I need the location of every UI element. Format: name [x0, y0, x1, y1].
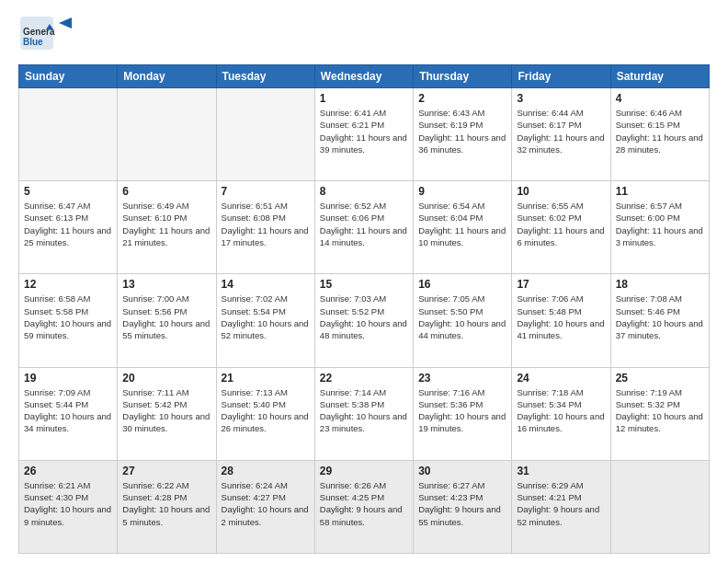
calendar-cell: 25Sunrise: 7:19 AMSunset: 5:32 PMDayligh… — [610, 367, 709, 460]
day-info: Sunrise: 6:24 AMSunset: 4:27 PMDaylight:… — [222, 479, 310, 528]
day-number: 19 — [24, 372, 112, 385]
day-number: 17 — [517, 278, 605, 291]
calendar-cell: 15Sunrise: 7:03 AMSunset: 5:52 PMDayligh… — [314, 274, 413, 367]
calendar-cell: 6Sunrise: 6:49 AMSunset: 6:10 PMDaylight… — [118, 181, 216, 274]
calendar-cell — [118, 88, 216, 181]
calendar-cell: 16Sunrise: 7:05 AMSunset: 5:50 PMDayligh… — [414, 274, 512, 367]
calendar-cell: 30Sunrise: 6:27 AMSunset: 4:23 PMDayligh… — [414, 460, 512, 553]
day-number: 13 — [122, 278, 210, 291]
day-info: Sunrise: 6:49 AMSunset: 6:10 PMDaylight:… — [122, 200, 210, 248]
calendar-cell: 4Sunrise: 6:46 AMSunset: 6:15 PMDaylight… — [610, 88, 709, 181]
day-number: 30 — [418, 465, 506, 477]
calendar-cell: 5Sunrise: 6:47 AMSunset: 6:13 PMDaylight… — [19, 181, 118, 274]
day-info: Sunrise: 7:13 AMSunset: 5:40 PMDaylight:… — [222, 386, 310, 435]
day-number: 12 — [24, 278, 112, 291]
day-info: Sunrise: 6:26 AMSunset: 4:25 PMDaylight:… — [320, 479, 408, 528]
calendar-cell: 18Sunrise: 7:08 AMSunset: 5:46 PMDayligh… — [610, 274, 709, 367]
day-info: Sunrise: 6:43 AMSunset: 6:19 PMDaylight:… — [418, 107, 506, 155]
day-info: Sunrise: 6:51 AMSunset: 6:08 PMDaylight:… — [222, 200, 310, 248]
calendar-cell: 21Sunrise: 7:13 AMSunset: 5:40 PMDayligh… — [216, 367, 314, 460]
calendar-cell: 14Sunrise: 7:02 AMSunset: 5:54 PMDayligh… — [216, 274, 314, 367]
day-info: Sunrise: 6:44 AMSunset: 6:17 PMDaylight:… — [517, 107, 605, 155]
calendar-cell: 12Sunrise: 6:58 AMSunset: 5:58 PMDayligh… — [19, 274, 118, 367]
calendar-week-row: 19Sunrise: 7:09 AMSunset: 5:44 PMDayligh… — [19, 367, 710, 460]
day-number: 6 — [122, 185, 210, 198]
day-number: 1 — [320, 92, 408, 105]
col-wednesday: Wednesday — [314, 65, 413, 88]
calendar-cell: 9Sunrise: 6:54 AMSunset: 6:04 PMDaylight… — [414, 181, 512, 274]
col-saturday: Saturday — [610, 65, 709, 88]
calendar-table: Sunday Monday Tuesday Wednesday Thursday… — [18, 64, 710, 554]
day-info: Sunrise: 6:58 AMSunset: 5:58 PMDaylight:… — [24, 293, 112, 341]
day-number: 15 — [320, 278, 408, 291]
calendar-cell: 22Sunrise: 7:14 AMSunset: 5:38 PMDayligh… — [314, 367, 413, 460]
day-info: Sunrise: 6:29 AMSunset: 4:21 PMDaylight:… — [517, 479, 605, 528]
col-friday: Friday — [512, 65, 610, 88]
calendar-cell: 23Sunrise: 7:16 AMSunset: 5:36 PMDayligh… — [414, 367, 512, 460]
calendar-cell: 1Sunrise: 6:41 AMSunset: 6:21 PMDaylight… — [314, 88, 413, 181]
day-info: Sunrise: 7:06 AMSunset: 5:48 PMDaylight:… — [517, 293, 605, 341]
day-number: 3 — [517, 92, 605, 105]
day-number: 28 — [222, 465, 310, 477]
calendar-cell: 31Sunrise: 6:29 AMSunset: 4:21 PMDayligh… — [512, 460, 610, 553]
calendar-cell: 19Sunrise: 7:09 AMSunset: 5:44 PMDayligh… — [19, 367, 118, 460]
day-info: Sunrise: 7:11 AMSunset: 5:42 PMDaylight:… — [122, 386, 210, 435]
logo-arrow-icon — [57, 15, 74, 31]
calendar-cell: 27Sunrise: 6:22 AMSunset: 4:28 PMDayligh… — [118, 460, 216, 553]
calendar-cell: 24Sunrise: 7:18 AMSunset: 5:34 PMDayligh… — [512, 367, 610, 460]
calendar-week-row: 1Sunrise: 6:41 AMSunset: 6:21 PMDaylight… — [19, 88, 710, 181]
logo-text — [55, 15, 74, 31]
calendar-cell: 28Sunrise: 6:24 AMSunset: 4:27 PMDayligh… — [216, 460, 314, 553]
day-info: Sunrise: 6:52 AMSunset: 6:06 PMDaylight:… — [320, 200, 408, 248]
day-number: 23 — [418, 372, 506, 385]
day-number: 20 — [122, 372, 210, 385]
calendar-cell: 7Sunrise: 6:51 AMSunset: 6:08 PMDaylight… — [216, 181, 314, 274]
calendar-cell: 20Sunrise: 7:11 AMSunset: 5:42 PMDayligh… — [118, 367, 216, 460]
calendar-cell: 11Sunrise: 6:57 AMSunset: 6:00 PMDayligh… — [610, 181, 709, 274]
day-number: 21 — [222, 372, 310, 385]
calendar-cell: 26Sunrise: 6:21 AMSunset: 4:30 PMDayligh… — [19, 460, 118, 553]
day-number: 29 — [320, 465, 408, 477]
calendar-cell — [610, 460, 709, 553]
col-monday: Monday — [118, 65, 216, 88]
day-number: 7 — [222, 185, 310, 198]
col-sunday: Sunday — [19, 65, 118, 88]
day-number: 22 — [320, 372, 408, 385]
calendar-cell: 2Sunrise: 6:43 AMSunset: 6:19 PMDaylight… — [414, 88, 512, 181]
svg-text:Blue: Blue — [23, 37, 43, 47]
svg-marker-4 — [59, 17, 72, 29]
logo-icon: General Blue — [18, 15, 55, 52]
calendar-cell: 17Sunrise: 7:06 AMSunset: 5:48 PMDayligh… — [512, 274, 610, 367]
day-number: 9 — [418, 185, 506, 198]
calendar-cell: 8Sunrise: 6:52 AMSunset: 6:06 PMDaylight… — [314, 181, 413, 274]
calendar-cell: 13Sunrise: 7:00 AMSunset: 5:56 PMDayligh… — [118, 274, 216, 367]
day-info: Sunrise: 7:02 AMSunset: 5:54 PMDaylight:… — [222, 293, 310, 341]
day-info: Sunrise: 6:27 AMSunset: 4:23 PMDaylight:… — [418, 479, 506, 528]
day-info: Sunrise: 6:55 AMSunset: 6:02 PMDaylight:… — [517, 200, 605, 248]
day-info: Sunrise: 7:18 AMSunset: 5:34 PMDaylight:… — [517, 386, 605, 435]
calendar-cell — [19, 88, 118, 181]
page: General Blue S — [0, 0, 728, 563]
day-info: Sunrise: 6:57 AMSunset: 6:00 PMDaylight:… — [616, 200, 704, 248]
day-number: 10 — [517, 185, 605, 198]
day-number: 31 — [517, 465, 605, 477]
calendar-cell: 29Sunrise: 6:26 AMSunset: 4:25 PMDayligh… — [314, 460, 413, 553]
day-info: Sunrise: 6:46 AMSunset: 6:15 PMDaylight:… — [616, 107, 704, 155]
day-number: 26 — [24, 465, 112, 477]
col-tuesday: Tuesday — [216, 65, 314, 88]
day-info: Sunrise: 7:03 AMSunset: 5:52 PMDaylight:… — [320, 293, 408, 341]
calendar-week-row: 5Sunrise: 6:47 AMSunset: 6:13 PMDaylight… — [19, 181, 710, 274]
calendar-week-row: 12Sunrise: 6:58 AMSunset: 5:58 PMDayligh… — [19, 274, 710, 367]
day-number: 25 — [616, 372, 704, 385]
day-number: 18 — [616, 278, 704, 291]
col-thursday: Thursday — [414, 65, 512, 88]
day-info: Sunrise: 6:21 AMSunset: 4:30 PMDaylight:… — [24, 479, 112, 528]
day-info: Sunrise: 6:22 AMSunset: 4:28 PMDaylight:… — [122, 479, 210, 528]
day-info: Sunrise: 7:00 AMSunset: 5:56 PMDaylight:… — [122, 293, 210, 341]
logo: General Blue — [18, 15, 55, 55]
day-number: 27 — [122, 465, 210, 477]
day-number: 4 — [616, 92, 704, 105]
calendar-cell: 10Sunrise: 6:55 AMSunset: 6:02 PMDayligh… — [512, 181, 610, 274]
day-number: 5 — [24, 185, 112, 198]
day-info: Sunrise: 6:41 AMSunset: 6:21 PMDaylight:… — [320, 107, 408, 155]
